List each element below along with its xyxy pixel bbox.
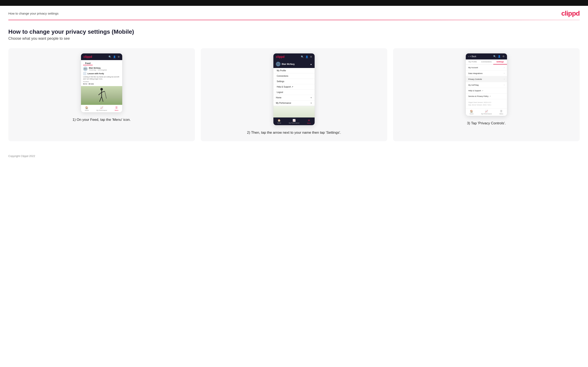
phone1-post: BM Blair McHarg Yesterday · Sunningdale … [81, 65, 122, 86]
arrow-up-icon: ▲ [310, 63, 312, 65]
header: How to change your privacy settings clip… [0, 6, 588, 20]
version-info: Clippd Client Version: 2022.8.3-3 SQL Se… [466, 99, 507, 108]
phone1-feed-label: Feed [83, 61, 93, 65]
menu-label3: Menu [307, 123, 311, 124]
close-icon: ✕ [308, 119, 310, 122]
steps-grid: clippd 🔍 👤 ⚙ Feed BM Blair [8, 48, 580, 141]
settings-item-serviceprivacy[interactable]: Service & Privacy Policy ↗ [466, 93, 507, 99]
my-account-label: My Account [468, 67, 478, 69]
post-duration-value: 01 hr : 30 min [83, 83, 120, 85]
phone2-performance: 📈 My Performance [289, 119, 299, 124]
breadcrumb: How to change your privacy settings [8, 12, 59, 15]
post-description: Looking to feel like my hands are exitin… [83, 76, 120, 80]
settings-tabs: My Profile Connections Settings [466, 59, 507, 65]
settings-icon2: ⚙ [310, 56, 312, 58]
page-subheading: Choose what you want people to see [8, 36, 580, 41]
phone1-navbar: clippd 🔍 👤 ⚙ [81, 53, 122, 60]
data-integrations-label: Data Integrations [468, 72, 483, 75]
post-lesson-row: Lesson with Fordy [83, 72, 120, 75]
home-label4: Home [469, 113, 474, 115]
phone3-menu: ☰ Menu [500, 110, 503, 115]
home-icon: 🏠 [85, 106, 88, 109]
privacy-controls-label: Privacy Controls [468, 78, 482, 80]
home-icon3: 🏠 [277, 119, 281, 122]
home-icon4: 🏠 [470, 110, 473, 113]
bottom-menu: ☰ Menu [115, 106, 119, 111]
menu-user-row: BM Blair McHarg ▲ [273, 60, 315, 68]
post-user-row: BM Blair McHarg Yesterday · Sunningdale [83, 67, 120, 71]
menu-nav-home-label: Home [276, 96, 282, 99]
tab-settings[interactable]: Settings [493, 59, 507, 65]
phone2-logo: clippd [276, 55, 285, 58]
svg-line-5 [102, 96, 103, 102]
post-username: Blair McHarg [89, 67, 107, 69]
phone-mockup-2: clippd 🔍 👤 ⚙ BM Blair McHarg ▲ [273, 53, 315, 125]
menu-avatar: BM [276, 62, 280, 66]
footer: Copyright Clippd 2022 [0, 150, 588, 163]
settings-item-dataintegrations[interactable]: Data Integrations › [466, 70, 507, 76]
menu-nav-performance: My Performance ▼ [273, 100, 315, 106]
post-duration-label: Duration [83, 81, 120, 83]
golf-figure-svg [96, 87, 107, 104]
step1-description: 1) On your Feed, tap the 'Menu' icon. [72, 117, 131, 123]
menu-label: Menu [115, 109, 119, 111]
lesson-icon [83, 72, 86, 75]
settings-item-helpsupport[interactable]: Help & Support ↗ [466, 88, 507, 93]
menu-item-myprofile: My Profile [273, 68, 315, 73]
chevron-right-icon2: › [504, 72, 504, 75]
top-bar [0, 0, 588, 6]
version-line1: Clippd Client Version: 2022.8.3-3 [468, 101, 504, 104]
back-button: ‹ < Back [468, 55, 476, 58]
step-card-2: clippd 🔍 👤 ⚙ BM Blair McHarg ▲ [201, 48, 387, 141]
bottom-home: 🏠 Home [85, 106, 89, 111]
user-icon2: 👤 [305, 56, 308, 58]
back-chevron-icon: ‹ [468, 55, 469, 58]
phone3-back-bar: ‹ < Back 🔍 👤 ⚙ [466, 53, 507, 59]
user-icon: 👤 [113, 56, 116, 58]
post-date: Yesterday · Sunningdale [89, 69, 107, 71]
menu-icon4: ☰ [500, 110, 502, 113]
chevron-right-icon: › [504, 66, 504, 69]
settings-item-myaccount[interactable]: My Account › [466, 65, 507, 70]
phone1-image-area [81, 86, 122, 105]
phone2-menu-close: ✕ Menu [307, 119, 311, 124]
settings-list: My Account › Data Integrations › Privacy… [466, 65, 507, 99]
phone2-bg-image [273, 106, 315, 117]
home-label3: Home [277, 122, 281, 124]
svg-line-2 [98, 92, 102, 95]
clippd-logo: clippd [561, 9, 580, 17]
chevron-right-icon3: › [504, 78, 504, 80]
phone3-performance: 📈 My Performance [481, 110, 492, 115]
phone3-bottom-bar: 🏠 Home 📈 My Performance ☰ Menu [466, 108, 507, 116]
avatar: BM [83, 67, 88, 71]
search-icon2: 🔍 [301, 56, 304, 58]
step-card-3: ‹ < Back 🔍 👤 ⚙ My Profile Connections Se… [393, 48, 580, 141]
phone-mockup-1: clippd 🔍 👤 ⚙ Feed BM Blair [81, 53, 122, 112]
tab-connections[interactable]: Connections [480, 59, 493, 65]
menu-nav-performance-label: My Performance [276, 102, 291, 104]
main-content: How to change your privacy settings (Mob… [0, 20, 588, 150]
search-icon3: 🔍 [493, 55, 496, 58]
performance-label: My Performance [96, 109, 107, 111]
user-icon3: 👤 [498, 55, 501, 58]
post-user-info: Blair McHarg Yesterday · Sunningdale [89, 67, 107, 71]
settings-icon3: ⚙ [502, 55, 504, 58]
phone3-icons: 🔍 👤 ⚙ [493, 55, 504, 58]
help-support-label: Help & Support ↗ [468, 90, 483, 92]
phone3-home: 🏠 Home [469, 110, 474, 115]
settings-item-mygolfbag[interactable]: My Golf Bag › [466, 82, 507, 88]
settings-item-privacycontrols[interactable]: Privacy Controls › [466, 76, 507, 82]
version-line2: SQL Server Version: 2022.7.30-1 [468, 104, 504, 106]
home-label: Home [85, 109, 89, 111]
menu-item-logout: Logout [273, 90, 315, 95]
service-privacy-label: Service & Privacy Policy ↗ [468, 95, 491, 97]
tab-myprofile[interactable]: My Profile [466, 59, 480, 65]
menu-item-connections: Connections [273, 73, 315, 79]
chevron-down-icon: ▼ [310, 97, 312, 99]
phone1-icons: 🔍 👤 ⚙ [108, 56, 120, 58]
phone2-home: 🏠 Home [277, 119, 281, 124]
performance-icon4: 📈 [485, 110, 488, 113]
menu-username: BM Blair McHarg [276, 62, 295, 66]
performance-label4: My Performance [481, 113, 492, 115]
step-card-1: clippd 🔍 👤 ⚙ Feed BM Blair [8, 48, 195, 141]
